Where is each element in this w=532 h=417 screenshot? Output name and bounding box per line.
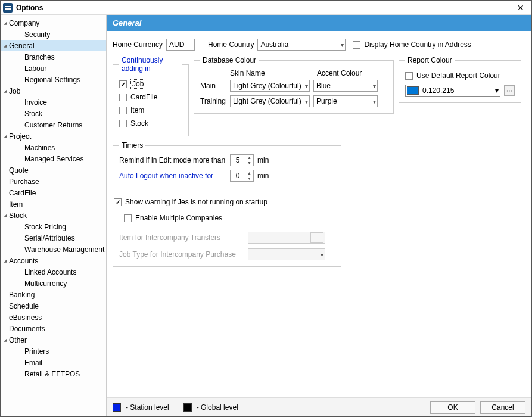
sidebar-item-stock[interactable]: Stock <box>1 108 106 119</box>
enable-multiple-companies-checkbox[interactable]: Enable Multiple Companies <box>122 211 225 225</box>
sidebar-item-label: Documents <box>9 325 45 333</box>
use-default-report-colour-checkbox[interactable]: Use Default Report Colour <box>405 69 515 82</box>
sidebar-item-serial-attributes[interactable]: Serial/Attributes <box>1 232 106 244</box>
expand-icon[interactable] <box>2 42 9 49</box>
sidebar-item-label: Warehouse Management <box>24 245 104 254</box>
sidebar-item-documents[interactable]: Documents <box>1 323 106 334</box>
sidebar-item-machines[interactable]: Machines <box>1 142 106 153</box>
sidebar-item-branches[interactable]: Branches <box>1 51 106 63</box>
sidebar-item-label: Stock <box>9 211 27 220</box>
sidebar-item-stock-pricing[interactable]: Stock Pricing <box>1 221 106 232</box>
options-window: Options ✕ CompanySecurityGeneralBranches… <box>0 0 532 417</box>
display-home-country-label: Display Home Country in Address <box>364 41 471 49</box>
continuously-cardfile-checkbox[interactable]: CardFile <box>119 91 182 104</box>
sidebar-item-schedule[interactable]: Schedule <box>1 300 106 312</box>
ellipsis-icon: ⋯ <box>310 232 323 243</box>
sidebar-item-multicurrency[interactable]: Multicurrency <box>1 278 106 289</box>
sidebar-item-label: Retail & EFTPOS <box>24 370 80 378</box>
sidebar-item-label: Stock <box>24 110 42 118</box>
timers-logout-input[interactable] <box>231 170 245 181</box>
cancel-button[interactable]: Cancel <box>480 401 525 414</box>
sidebar-item-stock[interactable]: Stock <box>1 210 106 221</box>
expand-icon[interactable] <box>2 20 9 26</box>
sidebar-item-purchase[interactable]: Purchase <box>1 176 106 187</box>
spinner-up-icon[interactable]: ▲ <box>245 155 253 160</box>
sidebar-item-project[interactable]: Project <box>1 130 106 142</box>
sidebar-item-customer-returns[interactable]: Customer Returns <box>1 119 106 130</box>
spinner-down-icon[interactable]: ▼ <box>245 160 253 166</box>
home-country-select[interactable]: Australia ▾ <box>257 39 346 51</box>
expand-icon[interactable] <box>2 133 9 139</box>
continuously-job-label: Job <box>130 79 145 89</box>
training-skin-select[interactable]: Light Grey (Colourful)▾ <box>230 95 310 107</box>
sidebar-item-cardfile[interactable]: CardFile <box>1 187 106 198</box>
expand-icon[interactable] <box>2 212 9 219</box>
sidebar-item-company[interactable]: Company <box>1 17 106 29</box>
report-colour-legend: Report Colour <box>405 56 455 64</box>
sidebar-item-label: Multicurrency <box>24 279 67 288</box>
report-colour-select[interactable]: 0.120.215 ▾ <box>405 85 500 97</box>
sidebar-item-label: Item <box>9 200 23 208</box>
accent-colour-header: Accent Colour <box>317 69 362 77</box>
checkbox-icon <box>114 198 122 206</box>
sidebar-item-email[interactable]: Email <box>1 357 106 368</box>
timers-remind-spinner[interactable]: ▲▼ <box>230 154 254 166</box>
continuously-item-checkbox[interactable]: Item <box>119 104 182 117</box>
sidebar-item-job[interactable]: Job <box>1 85 106 97</box>
sidebar-item-retail-eftpos[interactable]: Retail & EFTPOS <box>1 368 106 379</box>
sidebar-item-labour[interactable]: Labour <box>1 63 106 74</box>
continuously-cardfile-label: CardFile <box>130 93 157 101</box>
sidebar-item-invoice[interactable]: Invoice <box>1 97 106 108</box>
chevron-down-icon: ▾ <box>305 98 308 105</box>
sidebar-item-general[interactable]: General <box>1 40 106 51</box>
continuously-job-checkbox[interactable]: Job <box>119 77 182 91</box>
timers-logout-unit: min <box>257 172 269 180</box>
sidebar-tree[interactable]: CompanySecurityGeneralBranchesLabourRegi… <box>1 15 107 416</box>
sidebar-item-label: Accounts <box>9 257 38 265</box>
sidebar-item-banking[interactable]: Banking <box>1 289 106 300</box>
sidebar-item-other[interactable]: Other <box>1 334 106 346</box>
expand-icon[interactable] <box>2 88 9 94</box>
main-skin-select[interactable]: Light Grey (Colourful)▾ <box>230 80 310 92</box>
report-colour-ellipsis-button[interactable]: ⋯ <box>504 85 515 96</box>
sidebar-item-label: Managed Services <box>24 155 83 163</box>
timers-logout-label: Auto Logout when inactive for <box>119 172 226 180</box>
close-icon[interactable]: ✕ <box>512 3 529 13</box>
expand-icon[interactable] <box>2 337 9 343</box>
timers-remind-input[interactable] <box>231 155 245 166</box>
show-warning-checkbox[interactable]: Show warning if Jes is not running on st… <box>114 195 525 208</box>
skin-name-header: Skin Name <box>230 69 313 77</box>
home-country-label: Home Country <box>208 41 254 49</box>
sidebar-item-regional-settings[interactable]: Regional Settings <box>1 74 106 85</box>
sidebar-item-label: Labour <box>24 64 46 73</box>
sidebar-item-linked-accounts[interactable]: Linked Accounts <box>1 266 106 278</box>
main-accent-select[interactable]: Blue▾ <box>313 80 378 92</box>
continuously-legend: Continuously adding in <box>119 56 182 73</box>
continuously-item-label: Item <box>130 106 144 114</box>
display-home-country-checkbox[interactable]: Display Home Country in Address <box>353 38 471 51</box>
home-currency-input[interactable] <box>166 39 195 51</box>
intercompany-item-label: Item for Intercompany Transfers <box>119 234 244 242</box>
expand-icon[interactable] <box>2 257 9 264</box>
global-level-label: - Global level <box>197 403 238 412</box>
ok-button[interactable]: OK <box>430 401 475 414</box>
fieldsets-row: Continuously adding in Job CardFile Item <box>113 56 525 136</box>
sidebar-item-printers[interactable]: Printers <box>1 346 106 357</box>
spinner-up-icon[interactable]: ▲ <box>245 170 253 176</box>
sidebar-item-accounts[interactable]: Accounts <box>1 255 106 266</box>
checkbox-icon <box>353 41 360 49</box>
sidebar-item-label: Other <box>9 336 27 344</box>
sidebar-item-item[interactable]: Item <box>1 198 106 210</box>
sidebar-item-security[interactable]: Security <box>1 29 106 40</box>
timers-logout-spinner[interactable]: ▲▼ <box>230 170 254 182</box>
sidebar-item-label: Regional Settings <box>24 76 80 84</box>
panel-body: Home Currency Home Country Australia ▾ D… <box>107 31 531 397</box>
sidebar-item-warehouse-management[interactable]: Warehouse Management <box>1 244 106 255</box>
spinner-down-icon[interactable]: ▼ <box>245 176 253 181</box>
chevron-down-icon: ▾ <box>341 42 344 48</box>
sidebar-item-managed-services[interactable]: Managed Services <box>1 153 106 164</box>
sidebar-item-quote[interactable]: Quote <box>1 164 106 176</box>
continuously-stock-checkbox[interactable]: Stock <box>119 117 182 130</box>
training-accent-select[interactable]: Purple▾ <box>313 95 378 107</box>
sidebar-item-ebusiness[interactable]: eBusiness <box>1 312 106 323</box>
